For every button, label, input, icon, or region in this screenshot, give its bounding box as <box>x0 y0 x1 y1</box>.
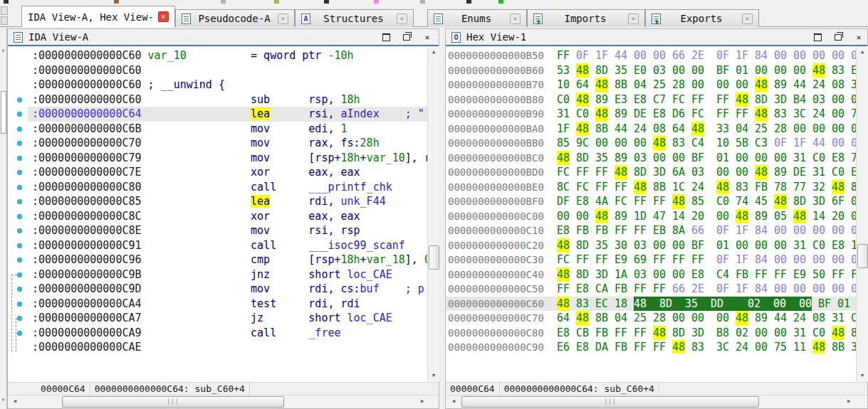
asm-line[interactable]: :0000000000000C70 mov rax, fs:28h <box>8 136 428 151</box>
address: :0000000000000C91 <box>32 239 142 252</box>
disassembly-listing[interactable]: ▼ :0000000000000C60 var_10 = qword ptr -… <box>8 46 428 354</box>
asm-line[interactable]: :0000000000000C60 sub rsp, 18h <box>8 92 428 107</box>
float-button[interactable] <box>401 31 412 43</box>
vertical-scrollbar[interactable]: ▲ ▼ <box>427 46 439 381</box>
hex-row[interactable]: 0000000000000BD0FCFFFF488D3D6A0300004889… <box>446 165 859 180</box>
mini-scroll-thumb[interactable] <box>1 91 6 134</box>
maximize-button[interactable] <box>380 31 392 43</box>
hex-view-titlebar[interactable]: O Hex View-1 ✕ <box>446 29 867 45</box>
scroll-thumb[interactable]: ||| <box>461 396 759 408</box>
up-arrow-icon[interactable]: ▲ <box>428 46 439 58</box>
right-arrow-icon[interactable]: ▶ <box>417 395 428 408</box>
asm-line[interactable]: :0000000000000C91 call ___isoc99_scanf <box>8 238 428 253</box>
hex-row[interactable]: 0000000000000B9031C04889DEE8D6FCFFFF4883… <box>446 107 859 122</box>
right-arrow-icon[interactable]: ▶ <box>843 395 854 408</box>
asm-line[interactable]: :0000000000000C9D mov rdi, cs:buf ; p <box>8 282 428 297</box>
hex-row[interactable]: 0000000000000B6053488D35E0030000BF010000… <box>446 63 859 78</box>
hex-row[interactable]: 0000000000000C604883EC18488D35DD020000BF… <box>446 297 859 312</box>
hex-row[interactable]: 0000000000000C80E8CBFBFFFF488D3DB8020000… <box>446 326 859 341</box>
scroll-thumb[interactable]: ||| <box>62 396 284 408</box>
down-arrow-icon[interactable]: ▼ <box>857 370 868 381</box>
hex-byte: 85 <box>691 194 704 209</box>
tab-structures[interactable]: AStructures✕ <box>295 9 414 27</box>
hex-row[interactable]: 0000000000000C10E8FBFBFFFFEB8A660F1F8400… <box>446 223 859 238</box>
hex-row[interactable]: 0000000000000C7064488B042528000000488944… <box>446 311 859 326</box>
asm-line[interactable]: :0000000000000C64 lea rsi, aIndex ; " <box>8 107 428 122</box>
asm-token: ], r <box>405 152 428 164</box>
hex-row[interactable]: 0000000000000B80C04889E3E8C7FCFFFF488D3D… <box>446 92 859 107</box>
hex-row[interactable]: 0000000000000C50FFE8CAFBFFFF662E0F1F8400… <box>446 282 859 297</box>
hex-row[interactable]: 0000000000000C30FCFFFFE969FFFFFF0F1F8400… <box>446 253 859 267</box>
vertical-scrollbar[interactable]: ▲ ▼ <box>856 46 868 381</box>
pane-splitter[interactable] <box>439 28 445 409</box>
maximize-button[interactable] <box>812 31 823 43</box>
scroll-thumb[interactable] <box>857 244 868 268</box>
hex-row[interactable]: 0000000000000C40488D3D1A030000E8C4FBFFFF… <box>446 267 859 282</box>
address: :0000000000000CAE <box>32 341 142 354</box>
asm-line[interactable]: :0000000000000C8E mov rsi, rsp <box>8 223 428 238</box>
left-arrow-icon[interactable]: ◀ <box>448 395 459 408</box>
asm-line[interactable]: :0000000000000C96 cmp [rsp+18h+var_18], … <box>8 253 428 267</box>
hex-row[interactable]: 0000000000000C00000048891D47142000488905… <box>446 209 859 224</box>
hex-byte: 48 <box>793 209 806 224</box>
down-arrow-icon[interactable]: ▼ <box>0 397 6 402</box>
up-arrow-icon[interactable]: ▲ <box>0 47 6 52</box>
horizontal-scrollbar[interactable]: ◀ ||| ▶ <box>446 395 867 408</box>
hex-byte: DD <box>711 297 748 312</box>
tab-imports[interactable]: Imports✕ <box>527 9 645 27</box>
toolbar-remnant <box>0 0 868 5</box>
asm-line[interactable]: :0000000000000C9B jnz short loc_CAE <box>8 267 428 282</box>
hex-row[interactable]: 0000000000000BC0488D3589030000BF01000000… <box>446 151 859 166</box>
tab-close-icon[interactable]: ✕ <box>510 14 521 24</box>
asm-line[interactable]: :0000000000000C60 var_10 = qword ptr -10… <box>8 48 428 63</box>
asm-line[interactable]: :0000000000000C79 mov [rsp+18h+var_10], … <box>8 151 428 166</box>
hex-row[interactable]: 0000000000000B701064488B0425280000004889… <box>446 78 859 92</box>
asm-line[interactable]: :0000000000000C60 <box>8 63 428 78</box>
hex-byte: 14 <box>672 209 685 224</box>
up-arrow-icon[interactable]: ▲ <box>857 46 868 58</box>
horizontal-scrollbar[interactable]: ◀ ||| ▶ <box>8 395 439 408</box>
asm-line[interactable]: :0000000000000C60 ; __unwind { <box>8 78 428 92</box>
scroll-thumb[interactable] <box>429 245 439 270</box>
asm-line[interactable]: :0000000000000C80 call ___printf_chk <box>8 180 428 195</box>
hex-byte: 83 <box>774 107 787 122</box>
close-button[interactable]: ✕ <box>853 31 864 43</box>
asm-line[interactable]: :0000000000000CAE <box>8 340 428 354</box>
side-mini-scrollbar[interactable]: ▲ ▼ <box>0 27 7 409</box>
hex-row[interactable]: 0000000000000B50FF0F1F440000662E0F1F8400… <box>446 48 859 63</box>
asm-line[interactable]: :0000000000000CA9 call _free <box>8 326 428 341</box>
asm-line[interactable]: :0000000000000CA7 jz short loc_CAE <box>8 311 428 326</box>
ida-view-titlebar[interactable]: IDA View-A ✕ <box>8 29 439 45</box>
hex-byte: 10 <box>557 78 570 92</box>
down-arrow-icon[interactable]: ▼ <box>428 370 439 381</box>
hex-row[interactable]: 0000000000000C90E6E8DAFBFFFF48833C240075… <box>446 340 859 354</box>
tab-exports[interactable]: Exports✕ <box>645 9 759 27</box>
tab-pseudocode-a[interactable]: Pseudocode-A✕ <box>175 9 295 27</box>
asm-line[interactable]: :0000000000000C8C xor eax, eax <box>8 209 428 224</box>
asm-line[interactable]: :0000000000000CA4 test rdi, rdi <box>8 297 428 312</box>
tab-close-icon[interactable]: ✕ <box>628 14 639 24</box>
tab-close-icon[interactable]: ✕ <box>742 14 753 24</box>
hex-byte: 00 <box>774 253 787 267</box>
hex-row[interactable]: 0000000000000BF0DFE84AFCFFFF4885C0744548… <box>446 194 859 209</box>
asm-line[interactable]: :0000000000000C7E xor eax, eax <box>8 165 428 180</box>
hex-dump[interactable]: 0000000000000B50FF0F1F440000662E0F1F8400… <box>446 46 859 354</box>
address: 0000000000000C00 <box>446 209 557 224</box>
hex-row[interactable]: 0000000000000BA01F488B442408644833042528… <box>446 122 859 137</box>
tab-ida-view-a-hex-view-1[interactable]: IDA View-A, Hex View-1✕ <box>21 6 175 27</box>
tab-close-icon[interactable]: ✕ <box>278 14 288 24</box>
left-arrow-icon[interactable]: ◀ <box>9 395 21 408</box>
hex-byte: 01 <box>736 63 748 78</box>
hex-byte: 89 <box>774 165 787 180</box>
hex-byte: 00 <box>793 253 806 267</box>
tab-enums[interactable]: Enums✕ <box>427 9 527 27</box>
float-button[interactable] <box>832 31 844 43</box>
asm-line[interactable]: :0000000000000C85 lea rdi, unk_F44 <box>8 194 428 209</box>
close-button[interactable]: ✕ <box>422 31 433 43</box>
asm-line[interactable]: :0000000000000C6B mov edi, 1 <box>8 122 428 137</box>
tab-close-icon[interactable]: ✕ <box>397 14 407 24</box>
hex-row[interactable]: 0000000000000BE08CFCFFFF488B1C244883FB78… <box>446 180 859 195</box>
hex-row[interactable]: 0000000000000BB0859C0000004883C4105BC30F… <box>446 136 859 151</box>
tab-close-icon[interactable]: ✕ <box>158 11 169 22</box>
hex-row[interactable]: 0000000000000C20488D3530030000BF01000000… <box>446 238 859 253</box>
